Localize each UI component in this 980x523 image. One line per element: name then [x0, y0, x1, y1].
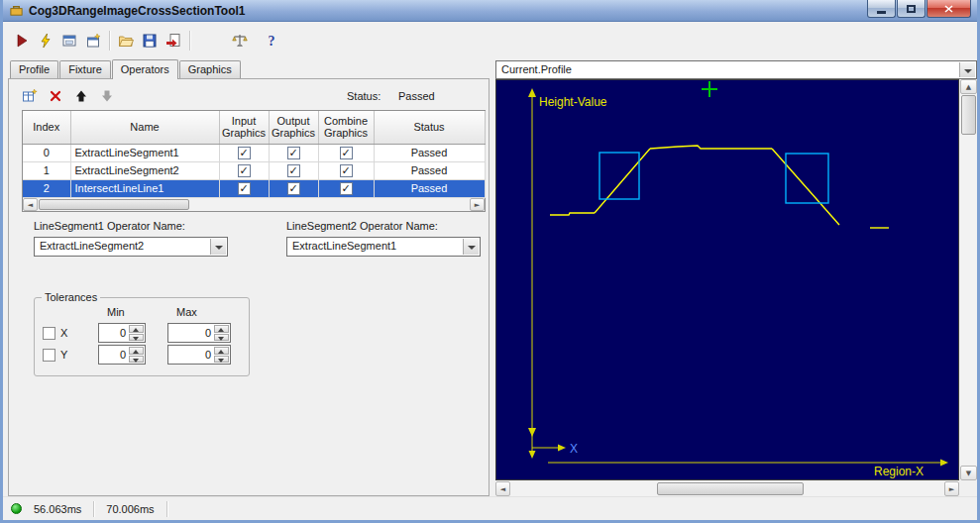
open-icon — [118, 33, 134, 49]
scrollbar-thumb[interactable] — [39, 199, 189, 210]
spin-down-icon[interactable] — [214, 334, 229, 342]
column-header-name[interactable]: Name — [70, 111, 219, 144]
operators-table: IndexNameInput GraphicsOutput GraphicsCo… — [22, 110, 486, 212]
scrollbar-thumb[interactable] — [961, 95, 976, 135]
spinner-value: 0 — [205, 327, 211, 339]
add-operator-button[interactable] — [19, 85, 40, 106]
grid-cell: ExtractLineSegment1 — [70, 144, 219, 161]
tolerance-x-max-spinner[interactable]: 0 — [167, 323, 231, 343]
toolbox-icon — [8, 3, 24, 19]
scrollbar-thumb[interactable] — [657, 482, 804, 495]
run-button[interactable] — [10, 30, 33, 52]
new-tool-window-icon — [85, 33, 101, 49]
output-graphics-checkbox[interactable]: ✓ — [287, 147, 300, 159]
grid-cell: ✓ — [269, 144, 318, 161]
combo-value: ExtractLineSegment2 — [40, 240, 207, 252]
tab-fixture[interactable]: Fixture — [59, 60, 111, 78]
spin-down-icon[interactable] — [129, 356, 144, 364]
tolerance-y-max-spinner[interactable]: 0 — [167, 345, 231, 365]
move-up-button[interactable] — [70, 85, 91, 106]
spin-up-icon[interactable] — [214, 325, 229, 333]
scroll-down-icon[interactable]: ▼ — [960, 466, 977, 480]
min-header: Min — [107, 306, 125, 318]
column-header-index[interactable]: Index — [23, 111, 70, 144]
tolerance-y-min-spinner[interactable]: 0 — [98, 345, 146, 365]
spin-up-icon[interactable] — [129, 325, 144, 333]
chevron-down-icon[interactable] — [959, 62, 975, 77]
tab-graphics[interactable]: Graphics — [179, 60, 241, 78]
chevron-down-icon[interactable] — [210, 239, 226, 255]
import-button[interactable] — [162, 30, 184, 52]
spin-up-icon[interactable] — [129, 347, 144, 355]
calibration-scales-icon — [232, 33, 248, 49]
origin-x-label: X — [570, 442, 578, 456]
spin-up-icon[interactable] — [214, 347, 229, 355]
output-graphics-checkbox[interactable]: ✓ — [287, 164, 300, 177]
operator-row[interactable]: 2IntersectLineLine1✓✓✓Passed — [23, 179, 485, 197]
scroll-left-icon[interactable]: ◄ — [495, 481, 510, 496]
tool-window-button[interactable] — [57, 30, 80, 52]
column-header-output[interactable]: Output Graphics — [269, 111, 318, 144]
chevron-down-icon[interactable] — [463, 239, 479, 255]
tolerances-groupbox: Tolerances Min Max X 0 0 Y — [34, 297, 250, 376]
minimize-icon — [877, 11, 886, 14]
scroll-right-icon[interactable]: ► — [944, 481, 959, 496]
open-button[interactable] — [114, 30, 137, 52]
input-graphics-checkbox[interactable]: ✓ — [238, 147, 251, 159]
profile-source-combo[interactable]: Current.Profile — [495, 60, 977, 79]
grid-cell: ✓ — [219, 161, 269, 179]
tolerance-x-checkbox[interactable] — [43, 327, 55, 340]
operator-row[interactable]: 0ExtractLineSegment1✓✓✓Passed — [23, 144, 485, 161]
column-header-input[interactable]: Input Graphics — [219, 111, 269, 144]
grid-cell: ✓ — [269, 161, 318, 179]
move-down-button[interactable] — [96, 85, 117, 106]
grid-cell: IntersectLineLine1 — [70, 179, 219, 197]
help-button[interactable]: ? — [260, 30, 282, 52]
delete-operator-button[interactable] — [45, 85, 65, 106]
spin-down-icon[interactable] — [129, 334, 144, 342]
calibration-button[interactable] — [228, 30, 251, 52]
combine-graphics-checkbox[interactable]: ✓ — [340, 164, 353, 177]
operator-row[interactable]: 1ExtractLineSegment2✓✓✓Passed — [23, 161, 485, 179]
combine-graphics-checkbox[interactable]: ✓ — [340, 147, 353, 159]
linesegment1-operator-combo[interactable]: ExtractLineSegment2 — [34, 237, 228, 257]
scroll-up-icon[interactable]: ▲ — [960, 79, 977, 94]
input-graphics-checkbox[interactable]: ✓ — [238, 164, 251, 177]
tolerance-y-checkbox[interactable] — [43, 349, 55, 362]
column-header-combine[interactable]: Combine Graphics — [318, 111, 374, 144]
profile-horizontal-scrollbar[interactable]: ◄ ► — [495, 481, 959, 496]
profile-plot: Height-Value Region-X X — [496, 80, 958, 479]
statusbar-divider — [166, 501, 167, 517]
tolerance-x-min-spinner[interactable]: 0 — [98, 323, 146, 343]
tab-operators[interactable]: Operators — [112, 59, 178, 79]
output-graphics-checkbox[interactable]: ✓ — [287, 182, 300, 195]
main-toolbar: ? — [3, 22, 977, 58]
new-tool-window-button[interactable] — [81, 30, 104, 52]
grid-cell: ✓ — [318, 144, 374, 161]
total-time: 70.006ms — [106, 503, 154, 515]
table-horizontal-scrollbar[interactable]: ◄ ► — [23, 197, 485, 211]
spinner-buttons — [214, 325, 229, 341]
maximize-button[interactable] — [897, 0, 926, 18]
save-button[interactable] — [138, 30, 161, 52]
profile-vertical-scrollbar[interactable]: ▲ ▼ — [960, 79, 977, 480]
input-graphics-checkbox[interactable]: ✓ — [238, 182, 251, 195]
linesegment2-operator-combo[interactable]: ExtractLineSegment1 — [286, 237, 481, 257]
minimize-button[interactable] — [867, 0, 896, 18]
operators-panel: Status: Passed IndexNameInput GraphicsOu… — [8, 78, 490, 496]
plot-axes — [528, 88, 948, 467]
titlebar[interactable]: Cog3DRangeImageCrossSectionTool1 — [3, 0, 977, 22]
combine-graphics-checkbox[interactable]: ✓ — [340, 182, 353, 195]
run-trigger-button[interactable] — [34, 30, 56, 52]
scroll-right-icon[interactable]: ► — [470, 198, 485, 211]
profile-display[interactable]: Height-Value Region-X X — [495, 79, 959, 480]
tab-profile[interactable]: Profile — [10, 60, 58, 78]
column-header-status[interactable]: Status — [374, 111, 485, 144]
scroll-left-icon[interactable]: ◄ — [23, 198, 38, 211]
spin-down-icon[interactable] — [214, 356, 229, 364]
close-button[interactable] — [926, 0, 971, 18]
toolbar-separator — [189, 31, 190, 51]
svg-text:?: ? — [268, 34, 274, 49]
grid-cell: ✓ — [219, 179, 269, 197]
statusbar-divider — [93, 501, 94, 517]
